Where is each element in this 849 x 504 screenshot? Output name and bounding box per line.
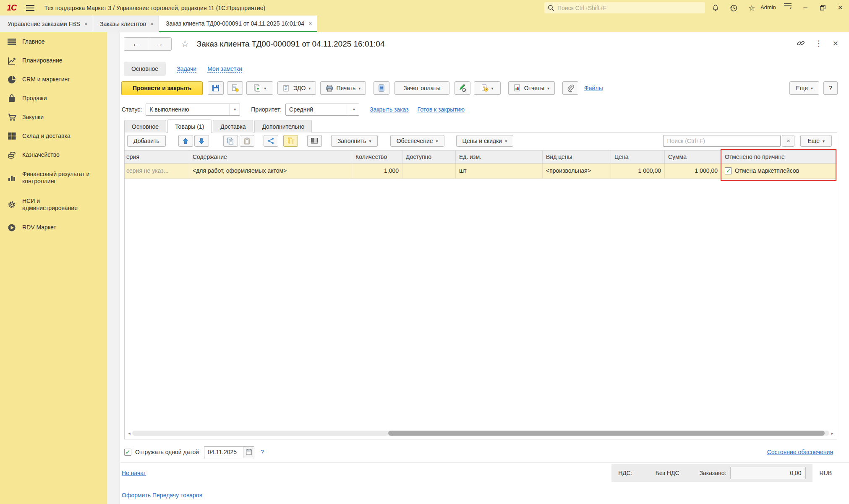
table-search-input[interactable]: [667, 138, 777, 144]
supply-button[interactable]: Обеспечение ▾: [390, 135, 444, 147]
table-more-button[interactable]: Еще ▾: [800, 135, 832, 147]
barcode-icon[interactable]: [307, 135, 322, 147]
copy-icon[interactable]: [223, 135, 238, 147]
tab-section-delivery[interactable]: Доставка: [213, 120, 253, 132]
cell-price-kind[interactable]: <произвольная>: [543, 164, 611, 178]
favorites-star-icon[interactable]: ☆: [747, 3, 757, 13]
doc-history-button[interactable]: ▾: [474, 81, 501, 95]
back-button[interactable]: ←: [124, 38, 148, 50]
get-link-icon[interactable]: [797, 39, 805, 47]
functions-doc-icon[interactable]: [283, 135, 298, 147]
notifications-bell-icon[interactable]: [711, 3, 721, 13]
cancel-checkbox[interactable]: ✓: [725, 167, 732, 174]
add-row-button[interactable]: Добавить: [127, 135, 166, 147]
sidebar-item-treasury[interactable]: Казначейство: [0, 145, 107, 164]
supply-state-link[interactable]: Состояние обеспечения: [767, 449, 833, 455]
tab-notes[interactable]: Мои заметки: [207, 65, 242, 73]
move-down-button[interactable]: [194, 135, 209, 147]
post-and-close-button[interactable]: Провести и закрыть: [121, 81, 203, 95]
global-search[interactable]: [544, 2, 705, 13]
process-state-link[interactable]: Не начат: [122, 470, 146, 476]
priority-combobox[interactable]: Средний ▾: [285, 104, 359, 116]
col-price-kind[interactable]: Вид цены: [543, 151, 611, 163]
tab-fbs-orders[interactable]: Управление заказами FBS ×: [0, 16, 93, 32]
sidebar-item-rdv[interactable]: RDV Маркет: [0, 218, 107, 237]
tab-order-document[interactable]: Заказ клиента ТД00-000091 от 04.11.2025 …: [159, 16, 317, 32]
col-qty[interactable]: Количество: [352, 151, 402, 163]
tab-main[interactable]: Основное: [124, 62, 166, 76]
sidebar-item-main[interactable]: Главное: [0, 32, 107, 51]
user-menu-icon[interactable]: ▾: [784, 3, 792, 9]
cell-qty[interactable]: 1,000: [352, 164, 402, 178]
tab-close-icon[interactable]: ×: [308, 20, 312, 27]
cell-content[interactable]: <для работ, оформляемых актом>: [189, 164, 352, 178]
col-price[interactable]: Цена: [611, 151, 665, 163]
tab-close-icon[interactable]: ×: [150, 21, 154, 27]
sidebar-item-sales[interactable]: Продажи: [0, 89, 107, 108]
ship-one-date-checkbox[interactable]: ✓: [124, 449, 131, 456]
main-menu-icon[interactable]: [26, 5, 34, 11]
history-icon[interactable]: [729, 3, 739, 13]
window-close-button[interactable]: ×: [834, 2, 846, 13]
edo-button[interactable]: ЭДО ▾: [277, 81, 316, 95]
cell-seria[interactable]: серия не указ...: [125, 164, 189, 178]
tab-section-extra[interactable]: Дополнительно: [254, 120, 312, 132]
tab-tasks[interactable]: Задачи: [177, 65, 196, 73]
clear-search-button[interactable]: ×: [782, 135, 794, 147]
chevron-down-icon[interactable]: ▾: [230, 104, 240, 115]
cell-price[interactable]: 1 000,00: [611, 164, 665, 178]
favorite-star-icon[interactable]: ☆: [181, 39, 189, 49]
sidebar-item-nsi[interactable]: НСИ и администрирование: [0, 191, 107, 218]
form-close-icon[interactable]: ×: [833, 38, 838, 48]
scroll-right-arrow[interactable]: ▸: [829, 431, 835, 436]
sidebar-item-crm[interactable]: CRM и маркетинг: [0, 70, 107, 89]
table-row[interactable]: серия не указ... <для работ, оформляемых…: [125, 164, 837, 179]
pen-history-button[interactable]: [455, 81, 470, 95]
window-minimize-button[interactable]: –: [799, 2, 811, 13]
ship-date-input[interactable]: [204, 449, 243, 455]
tab-section-goods[interactable]: Товары (1): [167, 120, 212, 133]
splitter[interactable]: [107, 32, 120, 504]
ship-help-link[interactable]: ?: [261, 449, 264, 455]
attachments-paperclip-button[interactable]: [562, 81, 578, 95]
reports-button[interactable]: Отчеты ▾: [508, 81, 555, 95]
tab-customer-orders[interactable]: Заказы клиентов ×: [93, 16, 159, 32]
sidebar-item-planning[interactable]: Планирование: [0, 51, 107, 70]
more-dots-icon[interactable]: ⋮: [815, 39, 823, 48]
prices-discounts-button[interactable]: Цены и скидки ▾: [456, 135, 514, 147]
window-restore-button[interactable]: [817, 2, 828, 13]
move-up-button[interactable]: [178, 135, 193, 147]
sidebar-item-purchases[interactable]: Закупки: [0, 108, 107, 127]
payment-offset-button[interactable]: Зачет оплаты: [394, 81, 449, 95]
col-seria[interactable]: ерия: [125, 151, 189, 163]
close-order-link[interactable]: Закрыть заказ: [370, 106, 409, 113]
scroll-left-arrow[interactable]: ◂: [126, 431, 132, 436]
copy-create-button[interactable]: ▾: [246, 81, 273, 95]
col-available[interactable]: Доступно: [402, 151, 456, 163]
help-button[interactable]: ?: [823, 81, 838, 95]
save-button[interactable]: [208, 81, 224, 95]
scrollbar-thumb[interactable]: [388, 431, 825, 436]
ready-to-close-link[interactable]: Готов к закрытию: [418, 106, 465, 113]
files-link[interactable]: Файлы: [584, 85, 603, 91]
forward-button[interactable]: →: [148, 38, 171, 50]
user-name[interactable]: Admin: [760, 4, 776, 10]
table-search-field[interactable]: [663, 135, 781, 147]
transfer-goods-link[interactable]: Оформить Передачу товаров: [122, 492, 202, 499]
col-content[interactable]: Содержание: [189, 151, 352, 163]
tab-section-main[interactable]: Основное: [124, 120, 166, 132]
paste-icon[interactable]: [240, 135, 254, 147]
cell-sum[interactable]: 1 000,00: [665, 164, 721, 178]
sidebar-item-finresult[interactable]: Финансовый результат и контроллинг: [0, 164, 107, 191]
print-button[interactable]: Печать ▾: [320, 81, 366, 95]
cell-available[interactable]: [402, 164, 456, 178]
fill-button[interactable]: Заполнить ▾: [331, 135, 378, 147]
share-split-icon[interactable]: [264, 135, 278, 147]
global-search-input[interactable]: [557, 5, 702, 11]
post-document-button[interactable]: [227, 81, 243, 95]
document-structure-button[interactable]: [374, 81, 389, 95]
scrollbar-track[interactable]: [132, 431, 829, 436]
status-combobox[interactable]: К выполнению ▾: [146, 104, 240, 116]
chevron-down-icon[interactable]: ▾: [349, 104, 359, 115]
calendar-icon[interactable]: [243, 447, 254, 458]
